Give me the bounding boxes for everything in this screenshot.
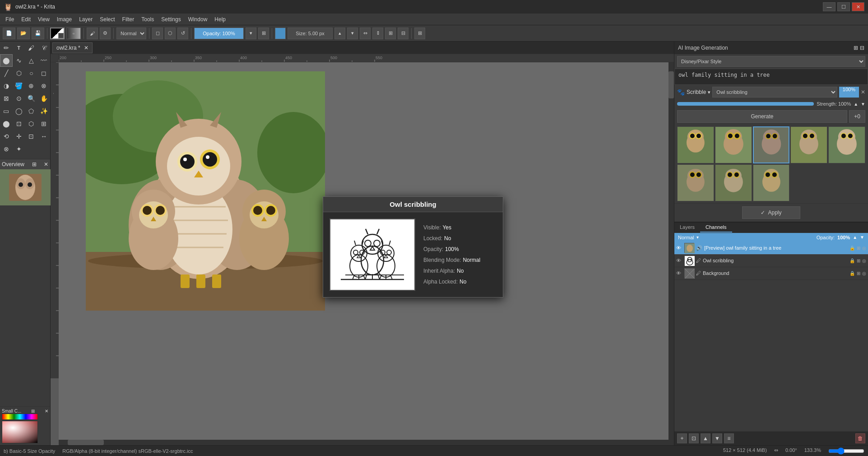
maximize-button[interactable]: ☐	[837, 2, 850, 11]
thumb-3[interactable]	[753, 126, 790, 163]
reset-btn[interactable]: ↺	[177, 28, 188, 39]
scribble-opacity[interactable]: 100%	[839, 87, 859, 98]
minimize-button[interactable]: —	[823, 2, 836, 11]
tool-clone[interactable]: ⊗	[37, 79, 50, 92]
opacity-arrow-down[interactable]: ▾	[246, 28, 256, 39]
gradient-btn[interactable]: ▫	[66, 28, 81, 39]
scrollbar-horizontal[interactable]	[59, 440, 674, 445]
tool-shape3[interactable]: ○	[25, 67, 38, 79]
scrollbar-vertical[interactable]	[668, 62, 674, 445]
tab-extra[interactable]	[732, 223, 743, 233]
tool-freehand[interactable]: ✏	[0, 42, 13, 54]
tool-shape1[interactable]: ╱	[0, 67, 13, 79]
ai-panel-expand[interactable]: ⊞	[854, 45, 858, 51]
opacity-extra[interactable]: ⊞	[258, 28, 269, 39]
layer-opacity-up[interactable]: ▲	[853, 235, 857, 240]
tool-crop[interactable]: ⊡	[25, 130, 38, 143]
scribble-close[interactable]: ✕	[861, 89, 865, 95]
brush-preset-btn[interactable]: 🖌	[87, 28, 98, 39]
layer-options-button[interactable]: ≡	[724, 433, 734, 443]
hue-strip[interactable]	[2, 414, 38, 420]
mirror-h-btn[interactable]: ⇔	[360, 28, 371, 39]
tool-move[interactable]: ✛	[13, 130, 25, 143]
menu-select[interactable]: Select	[96, 14, 118, 25]
overview-close[interactable]: ✕	[44, 161, 48, 168]
new-file-button[interactable]: 📄	[3, 28, 15, 39]
size-arrow-up[interactable]: ▴	[334, 28, 345, 39]
move-up-button[interactable]: ▲	[701, 433, 710, 443]
color-picker-btn[interactable]	[50, 28, 65, 39]
tool-extra1[interactable]: ⊗	[0, 143, 13, 155]
tool-sel4[interactable]: ⬡	[25, 117, 38, 130]
small-color-close[interactable]: ✕	[45, 409, 48, 414]
ai-prompt-input[interactable]: owl family sitting in a tree	[674, 69, 868, 85]
tool-select-circle[interactable]: ◯	[13, 105, 25, 117]
tool-eraser[interactable]: ⊠	[0, 92, 13, 105]
menu-edit[interactable]: Edit	[18, 14, 34, 25]
strength-up[interactable]: ▲	[854, 102, 858, 107]
layer-eye-bg[interactable]: 👁	[676, 270, 682, 276]
brush-settings-btn[interactable]: ⚙	[100, 28, 111, 39]
menu-window[interactable]: Window	[185, 14, 211, 25]
tool-zoom[interactable]: 🔍	[25, 92, 38, 105]
thumb-4[interactable]	[790, 126, 827, 163]
thumb-2[interactable]	[715, 126, 752, 163]
color-swatch[interactable]	[275, 28, 286, 39]
ai-panel-float[interactable]: ⊟	[860, 45, 864, 51]
thumb-1[interactable]	[677, 126, 714, 163]
open-file-button[interactable]: 📂	[17, 28, 30, 39]
scrollbar-thumb-h[interactable]	[68, 440, 104, 445]
canvas-tab[interactable]: owl2.kra * ✕	[52, 42, 93, 53]
thumb-6[interactable]	[677, 164, 714, 201]
layer-lock-scribbling[interactable]: 🔒	[849, 258, 855, 263]
size-arrow-down[interactable]: ▾	[347, 28, 358, 39]
layer-lock-bg[interactable]: 🔒	[849, 271, 855, 276]
layer-item-background[interactable]: 👁 🖊 Background 🔒 ⊞ ◎	[674, 267, 868, 280]
save-file-button[interactable]: 💾	[32, 28, 44, 39]
strength-slider[interactable]	[677, 102, 814, 106]
tab-channels[interactable]: Channels	[700, 223, 732, 233]
tab-layers[interactable]: Layers	[674, 223, 700, 233]
tool-transform[interactable]: ⟲	[0, 130, 13, 143]
delete-layer-button[interactable]: 🗑	[855, 433, 865, 443]
tool-sel5[interactable]: ⊞	[37, 117, 50, 130]
thumb-5[interactable]	[828, 126, 865, 163]
tool-pan[interactable]: ✋	[37, 92, 50, 105]
layer-lock-preview[interactable]: 🔒	[849, 246, 855, 251]
color-square[interactable]	[2, 421, 38, 443]
menu-settings[interactable]: Settings	[158, 14, 184, 25]
overview-expand[interactable]: ⊞	[32, 161, 37, 168]
layer-act-preview[interactable]: ⊞	[857, 246, 860, 251]
layer-item-preview[interactable]: 👁 🔊 [Preview] owl family sitting in a tr…	[674, 242, 868, 255]
tool-paint[interactable]: 🖌	[25, 42, 38, 54]
lock-btn[interactable]: ⊟	[398, 28, 408, 39]
tool-text[interactable]: T	[13, 42, 25, 54]
canvas-tab-close[interactable]: ✕	[84, 45, 88, 51]
generate-button[interactable]: Generate	[677, 110, 847, 123]
tool-select-magic[interactable]: ✨	[37, 105, 50, 117]
zoom-slider[interactable]	[828, 447, 864, 455]
tool-smart-patch[interactable]: ⊕	[25, 79, 38, 92]
tool-select-rect[interactable]: ▭	[0, 105, 13, 117]
menu-tools[interactable]: Tools	[138, 14, 158, 25]
apply-button[interactable]: ✓ Apply	[742, 206, 800, 219]
layer-vis-scribbling[interactable]: ◎	[862, 258, 866, 263]
opacity-display[interactable]: Opacity: 100%	[194, 28, 244, 39]
erase-btn[interactable]: ◻	[152, 28, 163, 39]
add-layer-button[interactable]: +	[677, 433, 687, 443]
layer-blend-arrow[interactable]: ▾	[696, 235, 699, 240]
scribble-name-select[interactable]: Owl scribbling	[712, 87, 837, 98]
layer-act-bg[interactable]: ⊞	[857, 271, 860, 276]
layer-eye-scribbling[interactable]: 👁	[676, 258, 682, 263]
menu-image[interactable]: Image	[53, 14, 75, 25]
tool-gradient[interactable]: ◑	[0, 79, 13, 92]
menu-view[interactable]: View	[34, 14, 53, 25]
ai-style-select[interactable]: Disney/Pixar Style	[677, 56, 865, 67]
layer-vis-preview[interactable]: ◎	[862, 246, 866, 251]
tool-shape4[interactable]: ◻	[37, 67, 50, 79]
tool-measure[interactable]: ↔	[37, 130, 50, 143]
window-controls[interactable]: — ☐ ✕	[823, 2, 864, 11]
tool-color-sample[interactable]: ⊙	[13, 92, 25, 105]
blend-mode-select[interactable]: Normal	[116, 28, 146, 39]
thumb-7[interactable]	[715, 164, 752, 201]
